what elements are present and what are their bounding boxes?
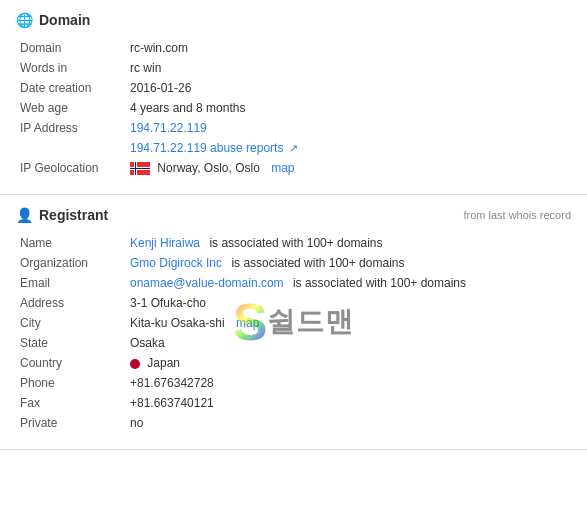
org-associated-text: is associated with 100+ domains bbox=[231, 256, 404, 270]
registrant-info-table: Name Kenji Hiraiwa is associated with 10… bbox=[16, 233, 571, 433]
value-phone: +81.676342728 bbox=[126, 373, 571, 393]
name-link[interactable]: Kenji Hiraiwa bbox=[130, 236, 200, 250]
svg-rect-4 bbox=[130, 168, 150, 169]
label-web-age: Web age bbox=[16, 98, 126, 118]
table-row: Fax +81.663740121 bbox=[16, 393, 571, 413]
table-row: Address 3-1 Ofuka-cho bbox=[16, 293, 571, 313]
label-ip-address: IP Address bbox=[16, 118, 126, 138]
organization-link[interactable]: Gmo Digirock Inc bbox=[130, 256, 222, 270]
value-date-creation: 2016-01-26 bbox=[126, 78, 571, 98]
value-abuse-reports[interactable]: 194.71.22.119 abuse reports ↗ bbox=[126, 138, 571, 158]
table-row: Domain rc-win.com bbox=[16, 38, 571, 58]
geolocation-map-link[interactable]: map bbox=[271, 161, 294, 175]
label-private: Private bbox=[16, 413, 126, 433]
country-text: Japan bbox=[147, 356, 180, 370]
email-link[interactable]: onamae@value-domain.com bbox=[130, 276, 284, 290]
table-row: Date creation 2016-01-26 bbox=[16, 78, 571, 98]
table-row: State Osaka bbox=[16, 333, 571, 353]
label-fax: Fax bbox=[16, 393, 126, 413]
from-whois-label: from last whois record bbox=[463, 209, 571, 221]
label-country: Country bbox=[16, 353, 126, 373]
value-country: Japan bbox=[126, 353, 571, 373]
domain-title-label: Domain bbox=[39, 12, 90, 28]
table-row: Web age 4 years and 8 months bbox=[16, 98, 571, 118]
label-domain: Domain bbox=[16, 38, 126, 58]
table-row: Name Kenji Hiraiwa is associated with 10… bbox=[16, 233, 571, 253]
domain-info-table: Domain rc-win.com Words in rc win Date c… bbox=[16, 38, 571, 178]
label-words-in: Words in bbox=[16, 58, 126, 78]
person-icon: 👤 bbox=[16, 207, 33, 223]
value-email: onamae@value-domain.com is associated wi… bbox=[126, 273, 571, 293]
value-web-age: 4 years and 8 months bbox=[126, 98, 571, 118]
registrant-title-label: Registrant bbox=[39, 207, 108, 223]
table-row: Organization Gmo Digirock Inc is associa… bbox=[16, 253, 571, 273]
table-row: IP Address 194.71.22.119 bbox=[16, 118, 571, 138]
label-address: Address bbox=[16, 293, 126, 313]
table-row: Email onamae@value-domain.com is associa… bbox=[16, 273, 571, 293]
domain-section: 🌐 Domain Domain rc-win.com Words in rc w… bbox=[0, 0, 587, 195]
name-associated-text: is associated with 100+ domains bbox=[209, 236, 382, 250]
value-ip-address[interactable]: 194.71.22.119 bbox=[126, 118, 571, 138]
japan-flag-dot bbox=[130, 359, 140, 369]
geolocation-text: Norway, Oslo, Oslo bbox=[157, 161, 259, 175]
email-associated-text: is associated with 100+ domains bbox=[293, 276, 466, 290]
label-ip-geolocation: IP Geolocation bbox=[16, 158, 126, 178]
abuse-reports-link[interactable]: 194.71.22.119 abuse reports bbox=[130, 141, 283, 155]
label-empty bbox=[16, 138, 126, 158]
globe-icon: 🌐 bbox=[16, 12, 33, 28]
label-state: State bbox=[16, 333, 126, 353]
value-city: Kita-ku Osaka-shi map bbox=[126, 313, 571, 333]
value-words-in: rc win bbox=[126, 58, 571, 78]
value-organization: Gmo Digirock Inc is associated with 100+… bbox=[126, 253, 571, 273]
value-private: no bbox=[126, 413, 571, 433]
value-domain: rc-win.com bbox=[126, 38, 571, 58]
label-city: City bbox=[16, 313, 126, 333]
table-row: Words in rc win bbox=[16, 58, 571, 78]
ip-address-link[interactable]: 194.71.22.119 bbox=[130, 121, 207, 135]
table-row: Private no bbox=[16, 413, 571, 433]
label-email: Email bbox=[16, 273, 126, 293]
table-row: City Kita-ku Osaka-shi map bbox=[16, 313, 571, 333]
label-organization: Organization bbox=[16, 253, 126, 273]
norway-flag-icon bbox=[130, 162, 150, 175]
value-fax: +81.663740121 bbox=[126, 393, 571, 413]
external-link-icon: ↗ bbox=[289, 142, 298, 154]
registrant-section: 👤 Registrant from last whois record S 쉴드… bbox=[0, 195, 587, 450]
label-name: Name bbox=[16, 233, 126, 253]
value-address: 3-1 Ofuka-cho bbox=[126, 293, 571, 313]
city-map-link[interactable]: map bbox=[236, 316, 259, 330]
table-row: 194.71.22.119 abuse reports ↗ bbox=[16, 138, 571, 158]
label-phone: Phone bbox=[16, 373, 126, 393]
value-ip-geolocation: Norway, Oslo, Oslo map bbox=[126, 158, 571, 178]
city-text: Kita-ku Osaka-shi bbox=[130, 316, 225, 330]
domain-section-title: 🌐 Domain bbox=[16, 12, 571, 28]
table-row: IP Geolocation Norway, Oslo, Oslo map bbox=[16, 158, 571, 178]
table-row: Phone +81.676342728 bbox=[16, 373, 571, 393]
value-name: Kenji Hiraiwa is associated with 100+ do… bbox=[126, 233, 571, 253]
value-state: Osaka bbox=[126, 333, 571, 353]
table-row: Country Japan bbox=[16, 353, 571, 373]
label-date-creation: Date creation bbox=[16, 78, 126, 98]
